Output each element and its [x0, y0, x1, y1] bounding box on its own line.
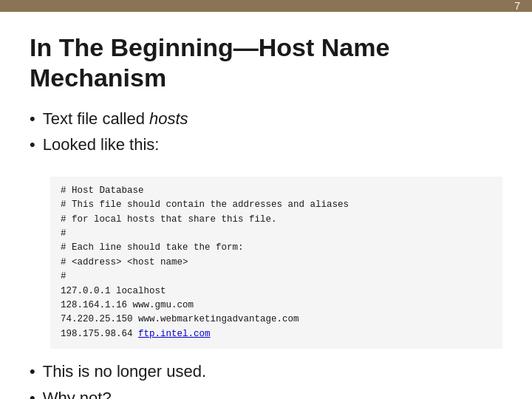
bullet-hosts: Text file called hosts: [30, 108, 502, 130]
slide-header-bar: 7: [0, 0, 532, 12]
ftp-link[interactable]: ftp.intel.com: [138, 329, 211, 339]
bullet-hosts-prefix: Text file called hosts: [43, 108, 188, 130]
bullet-why-not-text: Why not?: [43, 387, 112, 399]
bullet-looked: Looked like this:: [30, 134, 502, 156]
slide-content: In The Beginning—Host NameMechanism Text…: [0, 12, 532, 399]
bullet-why-not: Why not?: [30, 387, 502, 399]
bullet-no-longer: This is no longer used.: [30, 361, 502, 383]
slide: 7 In The Beginning—Host NameMechanism Te…: [0, 0, 532, 399]
code-block: # Host Database # This file should conta…: [50, 177, 502, 349]
slide-number: 7: [514, 0, 520, 12]
bullet-looked-text: Looked like this:: [43, 134, 160, 156]
bullet-no-longer-text: This is no longer used.: [43, 361, 206, 383]
slide-title: In The Beginning—Host NameMechanism: [30, 33, 502, 93]
hosts-italic: hosts: [149, 109, 188, 128]
bottom-bullets: This is no longer used. Why not?: [30, 361, 502, 399]
top-bullets: Text file called hosts Looked like this:: [30, 108, 502, 160]
